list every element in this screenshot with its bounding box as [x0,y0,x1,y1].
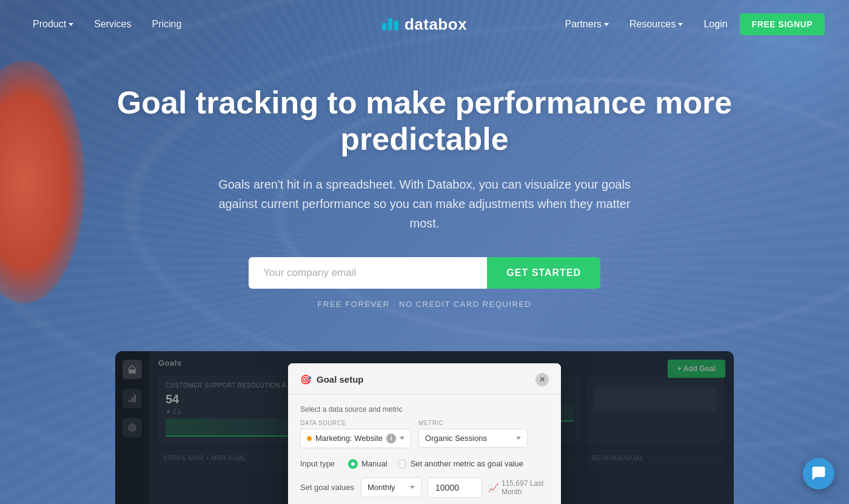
modal-overlay: 🎯 Goal setup ✕ Select a data source and … [115,351,734,504]
navbar: Product Services Pricing databox Partner… [0,0,849,49]
hero-subtitle: Goals aren't hit in a spreadsheet. With … [206,175,643,233]
goal-values-label: Set goal values [300,483,355,492]
modal-body: Select a data source and metric Data Sou… [288,394,561,504]
trend-icon: 📈 [488,483,498,492]
goal-number-input[interactable] [428,477,482,498]
logo-bar-3 [394,21,398,30]
period-selector[interactable]: Monthly [361,477,421,497]
metric-chevron-icon [516,437,521,440]
nav-right: Partners Resources Login FREE SIGNUP [556,13,825,35]
logo[interactable]: databox [382,15,467,34]
radio-manual-circle [348,459,358,469]
nav-left: Product Services Pricing [24,14,190,35]
chevron-down-icon [69,23,73,26]
signup-button[interactable]: FREE SIGNUP [740,13,825,35]
last-month-info: 📈 115,697 Last Month [488,479,549,496]
hero-note: FREE FOREVER · NO CREDIT CARD REQUIRED [24,300,825,309]
dashboard-preview: Goals Customer Support resolution A 54 ★… [91,351,758,504]
data-source-group: Data Source Marketing: Website i [300,420,411,448]
radio-group: Manual Set another metric as goal value [348,459,523,469]
chat-icon [811,466,827,482]
chevron-down-icon [604,23,609,26]
data-source-dot [307,436,312,441]
info-icon: i [386,434,396,443]
nav-item-partners[interactable]: Partners [556,14,617,35]
chat-button[interactable] [803,458,834,489]
logo-bar-1 [382,23,386,30]
data-source-chevron-icon [400,437,404,440]
data-source-selector[interactable]: Marketing: Website i [300,429,411,448]
modal-close-button[interactable]: ✕ [535,373,549,386]
metric-label: Metric [418,420,528,426]
dashboard-container: Goals Customer Support resolution A 54 ★… [115,351,734,504]
input-type-label: Input type [300,459,340,468]
goal-icon: 🎯 [300,374,312,385]
goal-values-row: Set goal values Monthly 📈 115,697 Last M… [300,477,549,498]
nav-item-services[interactable]: Services [86,14,139,35]
goal-setup-modal: 🎯 Goal setup ✕ Select a data source and … [288,363,561,504]
modal-selectors: Data Source Marketing: Website i Metric [300,420,549,448]
modal-header: 🎯 Goal setup ✕ [288,363,561,394]
metric-selector[interactable]: Organic Sessions [418,429,528,448]
radio-set-another-circle [397,459,407,469]
nav-item-resources[interactable]: Resources [621,14,691,35]
nav-item-pricing[interactable]: Pricing [144,14,190,35]
chevron-down-icon [678,23,683,26]
modal-section-label: Select a data source and metric [300,405,549,414]
login-button[interactable]: Login [695,14,736,35]
radio-manual[interactable]: Manual [348,459,388,469]
data-source-label: Data Source [300,420,411,426]
hero-section: Goal tracking to make performance more p… [0,49,849,333]
hero-title: Goal tracking to make performance more p… [91,85,758,158]
hero-form: GET STARTED [249,257,600,289]
logo-text: databox [404,15,467,34]
metric-group: Metric Organic Sessions [418,420,528,448]
logo-bar-2 [388,18,392,30]
radio-set-another[interactable]: Set another metric as goal value [397,459,523,469]
nav-item-product[interactable]: Product [24,14,82,35]
email-input[interactable] [249,257,487,289]
period-chevron-icon [410,486,415,489]
get-started-button[interactable]: GET STARTED [487,257,600,289]
input-type-row: Input type Manual Set another metric as [300,459,549,469]
modal-title: 🎯 Goal setup [300,374,364,385]
logo-icon [382,18,398,30]
